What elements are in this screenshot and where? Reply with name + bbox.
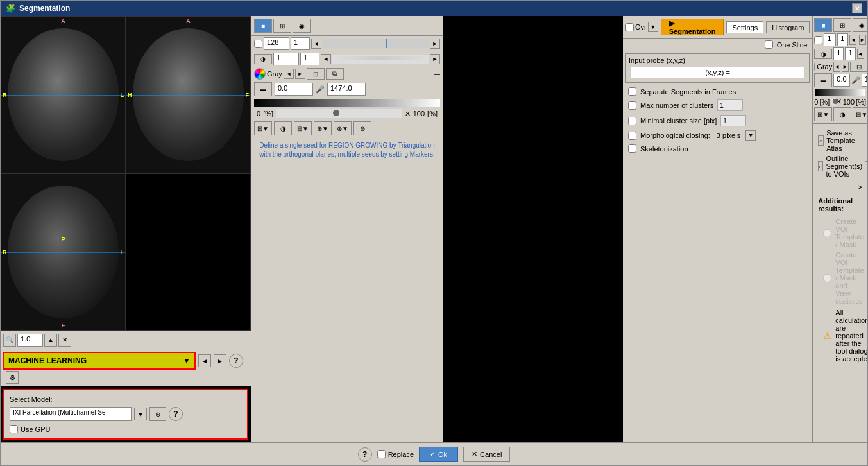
skeletonization-checkbox[interactable] xyxy=(628,144,636,153)
model-dropdown[interactable]: IXI Parcellation (Multichannel Se xyxy=(10,407,132,421)
fr-check-1[interactable] xyxy=(814,36,822,44)
fr-v1[interactable]: 1 xyxy=(824,33,836,46)
input-v3[interactable]: 1 xyxy=(273,53,299,65)
slider-right-2[interactable]: ► xyxy=(430,54,440,64)
color-close[interactable]: — xyxy=(434,71,440,78)
max-value[interactable]: 1474.0 xyxy=(327,83,366,96)
settings-icon-btn[interactable]: ⚙ xyxy=(6,371,19,384)
ml-nav-left[interactable]: ◄ xyxy=(198,354,211,367)
ctrl-button-1[interactable]: ■ xyxy=(254,19,272,33)
min-cluster-input[interactable]: 1 xyxy=(720,115,746,126)
ml-help-button[interactable]: ? xyxy=(229,354,243,368)
fr-v4[interactable]: 1 xyxy=(845,47,855,60)
separate-segments-checkbox[interactable] xyxy=(628,87,636,96)
action-btn-5[interactable]: ⊛▼ xyxy=(334,121,352,135)
input-1[interactable]: 1 xyxy=(291,37,310,50)
input-v4[interactable]: 1 xyxy=(300,53,319,65)
fr-color-picker[interactable] xyxy=(814,62,815,71)
fr-v2[interactable]: 1 xyxy=(837,33,848,46)
slider-track-2[interactable] xyxy=(332,55,429,64)
replace-checkbox[interactable] xyxy=(377,450,386,458)
radio-1[interactable] xyxy=(823,229,831,237)
ovr-checkbox[interactable] xyxy=(625,23,634,31)
slider-left-1[interactable]: ◄ xyxy=(311,39,321,49)
ctrl-button-2[interactable]: ⊞ xyxy=(273,19,291,33)
segmentation-button[interactable]: ▶ Segmentation xyxy=(661,19,724,35)
use-gpu-checkbox[interactable] xyxy=(10,425,18,433)
fr-action-1[interactable]: ⊞▼ xyxy=(814,107,832,121)
ml-dropdown[interactable]: MACHINE LEARNING ▼ xyxy=(3,352,196,370)
color-next[interactable]: ► xyxy=(295,69,305,79)
cancel-button[interactable]: ✕ Cancel xyxy=(463,447,510,462)
model-help-btn[interactable]: ? xyxy=(169,407,183,421)
model-dropdown-arrow[interactable]: ▼ xyxy=(134,408,147,420)
morphological-arrow[interactable]: ▼ xyxy=(745,130,756,141)
fr-ctrl-2[interactable]: ⊞ xyxy=(833,18,851,32)
brain-image-topleft[interactable]: A R L xyxy=(1,16,126,173)
fr-ctrl-3[interactable]: ◉ xyxy=(853,18,867,32)
fr-max-val[interactable]: 1.0 xyxy=(862,74,867,87)
expand-arrow[interactable]: > xyxy=(858,183,862,192)
nav-up[interactable]: ▲ xyxy=(44,334,57,347)
center-viewport[interactable] xyxy=(443,16,623,442)
color-picker[interactable] xyxy=(254,68,266,80)
zoom-icon[interactable]: 🔍 xyxy=(3,334,16,347)
opacity-icon[interactable]: ◑ xyxy=(254,54,272,64)
nav-close[interactable]: ✕ xyxy=(58,334,71,347)
action-btn-6[interactable]: ⊖ xyxy=(353,121,371,135)
brain-image-bottomright[interactable] xyxy=(126,173,251,331)
input-128[interactable]: 128 xyxy=(264,37,289,50)
bottom-help-btn[interactable]: ? xyxy=(358,447,372,462)
ml-nav-right[interactable]: ► xyxy=(214,354,226,367)
fr-pct-slider[interactable] xyxy=(831,98,834,106)
fr-color-prev[interactable]: ◄ xyxy=(833,62,840,72)
morphological-checkbox[interactable] xyxy=(628,132,636,140)
checkbox-1[interactable] xyxy=(254,40,262,48)
fr-min-val[interactable]: 0.0 xyxy=(833,74,849,87)
min-cluster-checkbox[interactable] xyxy=(628,117,636,125)
percent-slider[interactable] xyxy=(276,109,402,118)
fr-action-3[interactable]: ⊟▼ xyxy=(853,107,867,121)
action-btn-1[interactable]: ⊞▼ xyxy=(254,121,272,135)
fr-opacity-icon[interactable]: ◑ xyxy=(814,49,832,59)
fr-sl-right-1[interactable]: ► xyxy=(859,35,866,45)
tab-settings[interactable]: Settings xyxy=(726,21,763,33)
slider-right-1[interactable]: ► xyxy=(430,39,440,49)
zoom-value[interactable]: 1.0 xyxy=(17,334,43,347)
fr-sl-right-2[interactable]: ► xyxy=(867,49,867,59)
color-copy[interactable]: ⧉ xyxy=(326,68,344,80)
max-clusters-checkbox[interactable] xyxy=(628,101,636,110)
tab-histogram[interactable]: Histogram xyxy=(766,21,810,33)
max-clusters-input[interactable]: 1 xyxy=(717,99,743,111)
close-button[interactable]: ✕ xyxy=(852,3,862,13)
ok-button[interactable]: ✓ Ok xyxy=(419,447,458,462)
fr-sl-left-1[interactable]: ◄ xyxy=(849,35,856,45)
fr-color-edit[interactable]: ⊡ xyxy=(850,62,867,72)
min-value[interactable]: 0.0 xyxy=(275,83,313,96)
action-btn-3[interactable]: ⊟▼ xyxy=(294,121,312,135)
action-btn-2[interactable]: ◑ xyxy=(274,121,292,135)
action-btn-4[interactable]: ⊕▼ xyxy=(314,121,332,135)
brain-image-topright[interactable]: A H F xyxy=(126,16,251,173)
outline-segments-toggle[interactable]: ○ xyxy=(818,161,823,171)
slider-track-1[interactable] xyxy=(323,39,429,48)
one-slice-checkbox[interactable] xyxy=(765,40,773,49)
color-prev[interactable]: ◄ xyxy=(284,69,294,79)
outline-config-btn[interactable]: ▬ xyxy=(865,161,867,171)
ctrl-button-3[interactable]: ◉ xyxy=(293,19,311,33)
color-edit[interactable]: ⊡ xyxy=(307,68,325,80)
fr-v3[interactable]: 1 xyxy=(833,47,844,60)
ovr-arrow[interactable]: ▼ xyxy=(648,22,658,32)
fr-ctrl-1[interactable]: ■ xyxy=(814,18,832,32)
morphological-label: Morphological closing: xyxy=(640,132,710,139)
save-template-toggle[interactable]: ○ xyxy=(818,135,824,146)
slider-left-2[interactable]: ◄ xyxy=(321,54,331,64)
fr-color-next[interactable]: ► xyxy=(842,62,849,72)
fr-sl-left-2[interactable]: ◄ xyxy=(857,49,864,59)
fr-action-2[interactable]: ◑ xyxy=(833,107,851,121)
fr-minmax-icon[interactable]: ▬ xyxy=(814,73,832,87)
brain-image-bottomleft[interactable]: R L F P xyxy=(1,173,126,331)
model-config-btn[interactable]: ⊕ xyxy=(149,407,166,421)
radio-2[interactable] xyxy=(823,274,831,282)
minmax-icon[interactable]: ▬ xyxy=(254,82,272,96)
